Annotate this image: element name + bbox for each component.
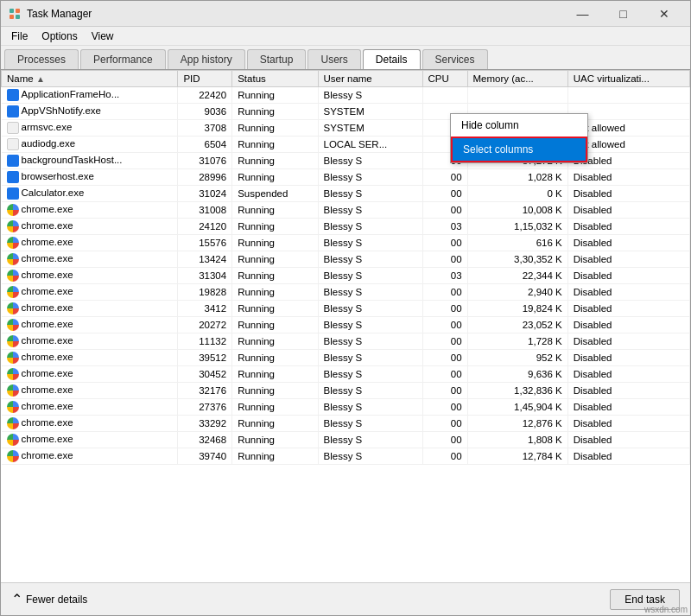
table-row[interactable]: chrome.exe 3412 Running Blessy S 00 19,8…: [2, 301, 690, 317]
tab-users[interactable]: Users: [307, 49, 360, 69]
fewer-details-button[interactable]: ⌃ Fewer details: [11, 591, 87, 607]
tab-app-history[interactable]: App history: [168, 49, 245, 69]
cell-username: Blessy S: [318, 317, 422, 333]
table-row[interactable]: chrome.exe 31304 Running Blessy S 03 22,…: [2, 268, 690, 284]
col-memory[interactable]: Memory (ac...: [467, 71, 567, 87]
menu-view[interactable]: View: [85, 29, 121, 44]
table-row[interactable]: chrome.exe 11132 Running Blessy S 00 1,7…: [2, 333, 690, 350]
cell-status: Running: [232, 366, 318, 383]
chevron-up-icon: ⌃: [11, 591, 22, 607]
menu-bar: File Options View: [1, 27, 690, 46]
col-pid[interactable]: PID: [178, 71, 232, 87]
cell-pid: 28996: [178, 169, 232, 186]
cell-memory: 1,32,836 K: [467, 383, 567, 399]
cell-username: Blessy S: [318, 235, 422, 251]
cell-status: Running: [232, 333, 318, 350]
tab-processes[interactable]: Processes: [4, 49, 79, 69]
cell-uac: Disabled: [567, 383, 689, 399]
table-row[interactable]: chrome.exe 30452 Running Blessy S 00 9,6…: [2, 366, 690, 383]
cell-status: Running: [232, 284, 318, 301]
cell-name: chrome.exe: [2, 219, 178, 235]
cell-status: Running: [232, 87, 318, 104]
cell-pid: 31024: [178, 186, 232, 202]
table-row[interactable]: chrome.exe 20272 Running Blessy S 00 23,…: [2, 317, 690, 333]
cell-cpu: 00: [422, 350, 467, 366]
tab-startup[interactable]: Startup: [247, 49, 307, 69]
table-row[interactable]: chrome.exe 39740 Running Blessy S 00 12,…: [2, 448, 690, 465]
cell-pid: 31304: [178, 268, 232, 284]
cell-name: backgroundTaskHost...: [2, 153, 178, 169]
table-row[interactable]: Calculator.exe 31024 Suspended Blessy S …: [2, 186, 690, 202]
tab-services[interactable]: Services: [422, 49, 488, 69]
cell-pid: 32176: [178, 383, 232, 399]
table-row[interactable]: chrome.exe 19828 Running Blessy S 00 2,9…: [2, 284, 690, 301]
table-row[interactable]: chrome.exe 32176 Running Blessy S 00 1,3…: [2, 383, 690, 399]
cell-name: chrome.exe: [2, 284, 178, 301]
cell-status: Running: [232, 301, 318, 317]
cell-cpu: 03: [422, 268, 467, 284]
cell-cpu: 00: [422, 366, 467, 383]
col-uac[interactable]: UAC virtualizati...: [567, 71, 689, 87]
col-name[interactable]: Name ▲: [2, 71, 178, 87]
tab-performance[interactable]: Performance: [80, 49, 166, 69]
col-status[interactable]: Status: [232, 71, 318, 87]
context-hide-column[interactable]: Hide column: [451, 114, 587, 137]
cell-username: SYSTEM: [318, 120, 422, 137]
cell-cpu: 00: [422, 333, 467, 350]
table-container: Hide column Select columns Name ▲ PID St…: [1, 70, 690, 582]
cell-name: chrome.exe: [2, 432, 178, 448]
cell-cpu: 00: [422, 202, 467, 219]
svg-rect-3: [16, 15, 20, 19]
cell-username: Blessy S: [318, 301, 422, 317]
cell-memory: 23,052 K: [467, 317, 567, 333]
title-bar: Task Manager — □ ✕: [1, 1, 690, 27]
cell-name: chrome.exe: [2, 383, 178, 399]
cell-pid: 15576: [178, 235, 232, 251]
tab-details[interactable]: Details: [363, 49, 421, 69]
cell-memory: 9,636 K: [467, 366, 567, 383]
footer: ⌃ Fewer details End task: [1, 582, 690, 615]
table-row[interactable]: chrome.exe 33292 Running Blessy S 00 12,…: [2, 416, 690, 432]
menu-options[interactable]: Options: [35, 29, 84, 44]
col-cpu[interactable]: CPU: [422, 71, 467, 87]
table-row[interactable]: chrome.exe 31008 Running Blessy S 00 10,…: [2, 202, 690, 219]
cell-username: Blessy S: [318, 448, 422, 465]
minimize-button[interactable]: —: [563, 3, 602, 24]
cell-name: ApplicationFrameHo...: [2, 87, 178, 104]
table-row[interactable]: chrome.exe 39512 Running Blessy S 00 952…: [2, 350, 690, 366]
cell-pid: 9036: [178, 104, 232, 120]
cell-cpu: 00: [422, 169, 467, 186]
cell-status: Running: [232, 120, 318, 137]
table-row[interactable]: chrome.exe 27376 Running Blessy S 00 1,4…: [2, 399, 690, 416]
context-select-columns[interactable]: Select columns: [451, 137, 587, 162]
table-row[interactable]: chrome.exe 13424 Running Blessy S 00 3,3…: [2, 251, 690, 268]
maximize-button[interactable]: □: [604, 3, 643, 24]
cell-pid: 31076: [178, 153, 232, 169]
table-row[interactable]: chrome.exe 24120 Running Blessy S 03 1,1…: [2, 219, 690, 235]
window-title: Task Manager: [27, 8, 563, 20]
table-row[interactable]: chrome.exe 15576 Running Blessy S 00 616…: [2, 235, 690, 251]
cell-username: Blessy S: [318, 219, 422, 235]
cell-name: Calculator.exe: [2, 186, 178, 202]
table-header-row: Name ▲ PID Status User name CPU Memory (…: [2, 71, 690, 87]
cell-memory: 12,784 K: [467, 448, 567, 465]
cell-pid: 39740: [178, 448, 232, 465]
cell-status: Running: [232, 383, 318, 399]
cell-username: Blessy S: [318, 169, 422, 186]
table-row[interactable]: ApplicationFrameHo... 22420 Running Bles…: [2, 87, 690, 104]
cell-pid: 20272: [178, 317, 232, 333]
cell-name: browserhost.exe: [2, 169, 178, 186]
cell-pid: 30452: [178, 366, 232, 383]
cell-username: Blessy S: [318, 366, 422, 383]
cell-pid: 27376: [178, 399, 232, 416]
cell-status: Running: [232, 416, 318, 432]
col-username[interactable]: User name: [318, 71, 422, 87]
svg-rect-0: [10, 9, 14, 13]
close-button[interactable]: ✕: [644, 3, 683, 24]
menu-file[interactable]: File: [4, 29, 35, 44]
table-row[interactable]: browserhost.exe 28996 Running Blessy S 0…: [2, 169, 690, 186]
cell-memory: 0 K: [467, 186, 567, 202]
cell-uac: Disabled: [567, 284, 689, 301]
cell-uac: Disabled: [567, 301, 689, 317]
table-row[interactable]: chrome.exe 32468 Running Blessy S 00 1,8…: [2, 432, 690, 448]
